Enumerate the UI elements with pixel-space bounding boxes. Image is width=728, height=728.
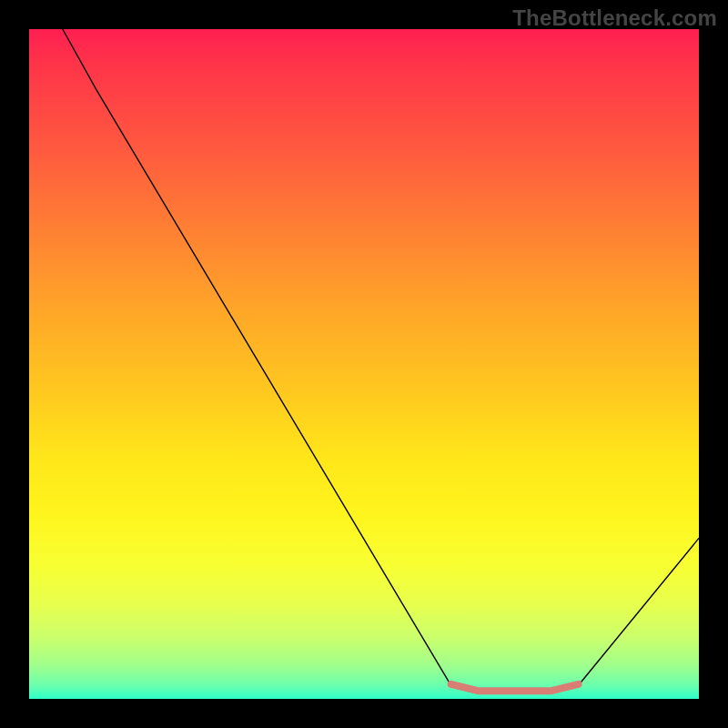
chart-svg: [29, 29, 699, 699]
series-curve: [63, 29, 699, 693]
series-group: [63, 29, 699, 693]
chart-frame: TheBottleneck.com: [0, 0, 728, 728]
plot-area: [29, 29, 699, 699]
watermark-text: TheBottleneck.com: [512, 5, 717, 31]
series-bottom-highlight: [451, 684, 579, 691]
